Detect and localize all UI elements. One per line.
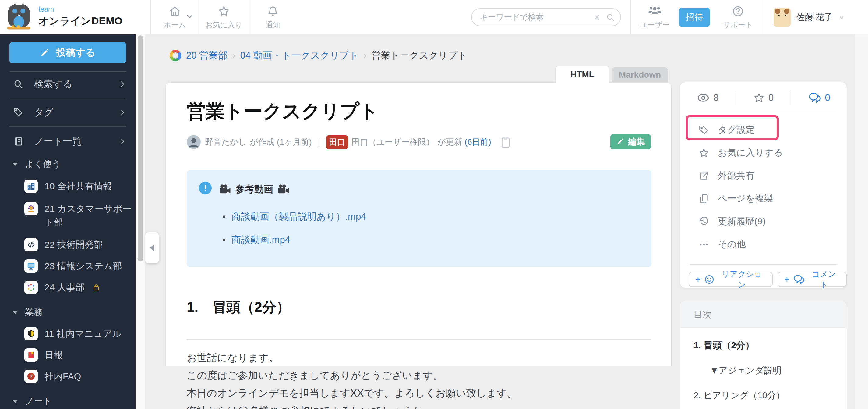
action-panel: 8 0 0 タグ設定 [680,82,847,288]
toc-item[interactable]: 2. ヒアリング（10分） [693,389,838,402]
history-icon [698,216,710,227]
action-label: お気に入りする [718,147,783,159]
search-icon[interactable] [606,13,615,22]
nav-notifications-label: 通知 [266,20,280,30]
sidebar-folder-item[interactable]: 21 カスタマーサポート部 [0,202,135,229]
nav-users[interactable]: ユーザー [631,0,679,34]
user-avatar [774,8,790,27]
sidebar-item-search[interactable]: 検索する [0,75,135,93]
sidebar-item-label: タグ [34,106,53,119]
action-more[interactable]: その他 [680,233,847,256]
edit-button[interactable]: 編集 [610,134,651,149]
dots-circle-icon [24,281,38,294]
faq-icon: ? [24,370,38,383]
sidebar-folder-item[interactable]: 10 全社共有情報 [0,179,135,193]
nav-notifications[interactable]: 通知 [249,0,297,34]
favorites-stat[interactable]: 0 [736,92,791,104]
updated-by: 田口（ユーザー権限） [352,137,434,147]
toc-item[interactable]: 1. 冒頭（2分） [693,339,838,352]
section-header-favorites[interactable]: よく使う [0,158,135,170]
star-icon [698,147,710,158]
sidebar-item-tags[interactable]: タグ [0,103,135,122]
updated-ago-link[interactable]: (6日前) [465,137,491,147]
callout-title-row: 参考動画 [219,183,290,196]
sidebar-item-label: ノート一覧 [34,135,82,148]
plus-label: + [695,274,701,285]
headset-icon [24,202,38,215]
buildings-icon [24,179,38,193]
nav-favorites[interactable]: お気に入り [199,0,249,34]
sidebar-folder-item[interactable]: 日報 [0,348,135,362]
folder-label: 22 技術開発部 [44,239,103,251]
sidebar-scrollbar-thumb[interactable] [138,35,143,262]
sidebar-collapse-button[interactable] [145,232,159,263]
sidebar-folder-item[interactable]: 24 人事部 [0,281,135,294]
tag-icon [698,125,710,136]
users-icon [648,5,662,18]
action-duplicate-page[interactable]: ページを複製 [680,187,847,210]
toc-item[interactable]: ▼アジェンダ説明 [710,364,838,377]
post-button[interactable]: 投稿する [9,42,126,63]
tab-html[interactable]: HTML [555,66,610,83]
sidebar-folder-item[interactable]: 23 情報システム部 [0,259,135,273]
user-menu[interactable]: 佐藤 花子 [774,0,845,34]
chevron-right-icon [119,138,126,145]
sidebar-item-notes-list[interactable]: ノート一覧 [0,132,135,151]
collapse-left-icon [149,244,155,252]
invite-button[interactable]: 招待 [679,8,710,27]
team-label: team [38,5,122,13]
section-header-notes[interactable]: ノート [0,395,135,407]
clear-icon[interactable] [593,13,601,21]
folder-label: 10 全社共有情報 [44,180,112,193]
section-header-work[interactable]: 業務 [0,306,135,319]
top-bar: team オンラインDEMO ホーム お気に入り 通知 [0,0,868,34]
main-content: 20 営業部 › 04 動画・トークスクリプト › 営業トークスクリプト Mar… [145,34,868,409]
breadcrumb-link[interactable]: 20 営業部 [186,49,227,62]
paragraph: 本日のオンラインデモを担当しますXXです。よろしくお願い致します。 [187,384,651,402]
stats-row: 8 0 0 [680,84,847,112]
sidebar: 投稿する 検索する タグ ノート一覧 よく使う [0,34,135,409]
nav-support-label: サポート [723,20,753,30]
breadcrumb-link[interactable]: 04 動画・トークスクリプト [240,49,359,62]
bullet-icon [223,215,225,218]
breadcrumb-separator: › [232,51,235,60]
sidebar-folder-item[interactable]: 11 社内マニュアル [0,327,135,341]
search-input[interactable] [480,12,593,22]
monitor-icon [24,259,38,273]
tab-markdown[interactable]: Markdown [612,67,668,83]
external-link-icon [698,170,710,181]
sidebar-folder-item[interactable]: ? 社内FAQ [0,370,135,383]
sidebar-folder-item[interactable]: 22 技術開発部 [0,238,135,252]
page-scrollbar-track[interactable] [855,34,868,409]
nav-users-label: ユーザー [640,20,670,30]
video-link[interactable]: 商談動画（製品説明あり）.mp4 [231,210,366,223]
add-comment-button[interactable]: + コメント [778,272,847,287]
clipboard-icon[interactable] [500,136,511,148]
lock-icon [92,283,100,292]
action-external-share[interactable]: 外部共有 [680,164,847,187]
edit-button-label: 編集 [628,136,645,147]
comments-stat[interactable]: 0 [791,92,847,104]
triangle-down-icon [11,309,19,316]
add-reaction-button[interactable]: + リアクション [689,272,773,287]
video-link[interactable]: 商談動画.mp4 [231,233,290,246]
user-name: 佐藤 花子 [796,11,833,23]
ellipsis-icon [698,239,710,250]
comments-count: 0 [825,92,830,103]
action-update-history[interactable]: 更新履歴(9) [680,210,847,233]
movie-camera-icon [277,184,290,195]
breadcrumb: 20 営業部 › 04 動画・トークスクリプト › 営業トークスクリプト [169,49,467,62]
plus-label: + [784,274,790,285]
nav-support[interactable]: サポート [714,0,761,34]
favorites-count: 0 [768,92,774,103]
action-tag-settings[interactable]: タグ設定 [680,119,847,141]
nav-home[interactable]: ホーム [151,0,199,34]
divider [9,126,126,127]
nav-home-label: ホーム [163,20,186,30]
code-icon [24,238,38,252]
action-favorite[interactable]: お気に入りする [680,141,847,164]
bullet-icon [223,239,225,241]
owl-logo-icon [5,2,32,31]
meta-separator: | [318,138,320,147]
post-button-label: 投稿する [56,46,96,59]
